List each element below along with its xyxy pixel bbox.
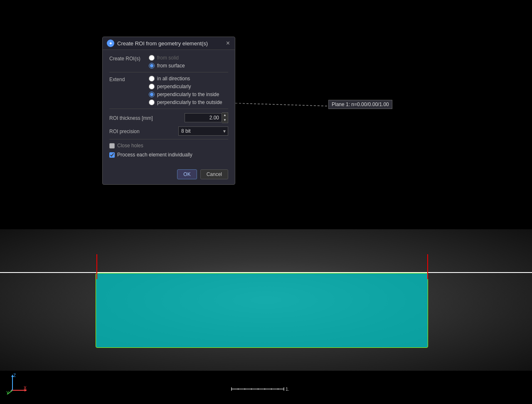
- dialog-titlebar: ✦ Create ROI from geometry element(s) ×: [103, 37, 235, 50]
- extend-all-directions[interactable]: in all directions: [149, 76, 222, 82]
- clip-line-right: [427, 254, 428, 279]
- roi-precision-label: ROI precision: [109, 128, 175, 134]
- dialog-title-left: ✦ Create ROI from geometry element(s): [107, 40, 208, 47]
- create-roi-label: Create ROI(s): [109, 55, 149, 62]
- create-roi-dialog: ✦ Create ROI from geometry element(s) × …: [102, 37, 235, 185]
- create-roi-options: from solid from surface: [149, 55, 185, 69]
- plane-label: Plane 1: n=0.00/0.00/1.00: [328, 100, 392, 109]
- plane-label-text: Plane 1: n=0.00/0.00/1.00: [332, 102, 389, 107]
- extend-perpendicularly[interactable]: perpendicularly: [149, 84, 222, 89]
- spinbox-down[interactable]: ▼: [222, 118, 228, 123]
- svg-text:+: +: [10, 388, 13, 393]
- extend-options: in all directions perpendicularly perpen…: [149, 76, 222, 105]
- from-surface-option[interactable]: from surface: [149, 63, 185, 69]
- separator-3: [109, 139, 228, 139]
- extend-perp-radio[interactable]: [149, 84, 155, 89]
- roi-rectangle: [96, 273, 428, 348]
- ok-button[interactable]: OK: [177, 169, 197, 179]
- from-solid-radio[interactable]: [149, 55, 155, 61]
- roi-precision-select[interactable]: 8 bit 16 bit 32 bit: [178, 126, 228, 136]
- dialog-footer: OK Cancel: [103, 166, 235, 184]
- roi-thickness-label: ROI thickness [mm]: [109, 114, 181, 121]
- from-surface-label: from surface: [157, 63, 185, 69]
- axis-svg: Z X Y +: [6, 374, 27, 394]
- scale-bar: 1.5 mm: [231, 387, 289, 392]
- roi-precision-select-wrap: 8 bit 16 bit 32 bit ▼: [178, 126, 228, 136]
- roi-thickness-spinbox: ▲ ▼: [185, 112, 228, 123]
- extend-perp-outside-radio[interactable]: [149, 99, 155, 105]
- extend-label: Extend: [109, 76, 149, 82]
- separator-1: [109, 72, 228, 72]
- roi-thickness-row: ROI thickness [mm] ▲ ▼: [109, 112, 228, 123]
- svg-text:Z: Z: [13, 374, 16, 378]
- process-each-label: Process each element individually: [117, 152, 192, 158]
- extend-perp-inside[interactable]: perpendicularly to the inside: [149, 92, 222, 97]
- spinbox-buttons: ▲ ▼: [222, 112, 228, 123]
- svg-text:Y: Y: [6, 391, 9, 394]
- close-holes-label: Close holes: [117, 143, 143, 149]
- close-holes-row: Close holes: [109, 143, 228, 149]
- close-holes-checkbox[interactable]: [109, 143, 115, 149]
- extend-perp-inside-radio[interactable]: [149, 92, 155, 97]
- scale-bar-svg: 1.5 mm: [231, 387, 289, 392]
- spinbox-up[interactable]: ▲: [222, 113, 228, 118]
- from-solid-label: from solid: [157, 55, 179, 61]
- clip-line-left: [96, 254, 97, 279]
- extend-perp-label: perpendicularly: [157, 84, 191, 89]
- svg-text:1.5 mm: 1.5 mm: [286, 387, 289, 392]
- process-each-row: Process each element individually: [109, 152, 228, 158]
- scale-bar-line: 1.5 mm: [231, 387, 289, 392]
- extend-perp-outside-label: perpendicularly to the outside: [157, 99, 222, 105]
- roi-thickness-input[interactable]: [185, 113, 222, 122]
- separator-2: [109, 109, 228, 109]
- close-button[interactable]: ×: [225, 40, 231, 47]
- extend-perp-inside-label: perpendicularly to the inside: [157, 92, 219, 97]
- cancel-button[interactable]: Cancel: [200, 169, 228, 179]
- from-surface-radio[interactable]: [149, 63, 155, 69]
- create-roi-row: Create ROI(s) from solid from surface: [109, 55, 228, 69]
- extend-perp-outside[interactable]: perpendicularly to the outside: [149, 99, 222, 105]
- from-solid-option[interactable]: from solid: [149, 55, 185, 61]
- dialog-title: Create ROI from geometry element(s): [117, 40, 208, 47]
- axis-indicator: Z X Y +: [6, 374, 27, 396]
- process-each-checkbox[interactable]: [109, 152, 115, 158]
- extend-all-label: in all directions: [157, 76, 190, 82]
- extend-row: Extend in all directions perpendicularly…: [109, 76, 228, 105]
- extend-all-radio[interactable]: [149, 76, 155, 82]
- dialog-icon: ✦: [107, 40, 114, 47]
- roi-precision-row: ROI precision 8 bit 16 bit 32 bit ▼: [109, 126, 228, 136]
- dialog-body: Create ROI(s) from solid from surface Ex…: [103, 50, 235, 166]
- svg-text:X: X: [24, 386, 27, 390]
